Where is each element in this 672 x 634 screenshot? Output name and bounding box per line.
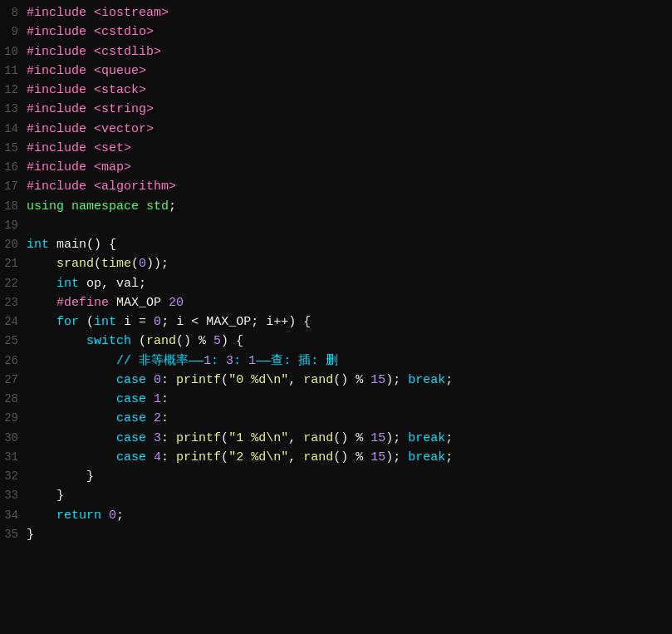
code-content: switch (rand() % 5) {: [27, 332, 243, 351]
line-number: 33: [0, 487, 27, 505]
line-number: 17: [0, 178, 27, 196]
code-line-16: 16 #include <map>: [0, 158, 672, 177]
line-number: 22: [0, 275, 27, 293]
code-content: int op, val;: [27, 274, 146, 293]
code-content: case 0: printf("0 %d\n", rand() % 15); b…: [27, 371, 453, 390]
line-number: 21: [0, 255, 27, 273]
code-line-17: 17 #include <algorithm>: [0, 177, 672, 196]
code-content: case 3: printf("1 %d\n", rand() % 15); b…: [27, 429, 453, 448]
code-content: #include <set>: [27, 139, 131, 158]
code-content: #include <vector>: [27, 120, 154, 139]
code-line-8: 8 #include <iostream>: [0, 3, 672, 22]
code-line-21: 21 srand(time(0));: [0, 254, 672, 273]
code-content: #include <cstdio>: [27, 22, 154, 42]
code-content: #include <iostream>: [27, 3, 169, 22]
code-content: srand(time(0));: [27, 254, 169, 273]
code-content: }: [27, 486, 64, 505]
code-content: case 1:: [27, 390, 169, 409]
line-number: 8: [0, 4, 27, 22]
code-content: }: [27, 525, 34, 544]
code-line-34: 34 return 0;: [0, 506, 672, 525]
line-number: 26: [0, 352, 27, 371]
code-line-24: 24 for (int i = 0; i < MAX_OP; i++) {: [0, 312, 672, 332]
line-number: 16: [0, 159, 27, 177]
code-line-18: 18 using namespace std;: [0, 197, 672, 216]
code-content: #include <stack>: [27, 81, 146, 100]
code-content: case 2:: [27, 409, 169, 428]
code-line-28: 28 case 1:: [0, 390, 672, 409]
code-line-33: 33 }: [0, 486, 672, 505]
line-number: 25: [0, 332, 27, 351]
code-line-13: 13 #include <string>: [0, 100, 672, 119]
code-line-26: 26 // 非等概率——1: 3: 1——查: 插: 删: [0, 351, 672, 371]
line-number: 34: [0, 507, 27, 525]
code-content: #include <cstdlib>: [27, 42, 161, 61]
line-number: 29: [0, 410, 27, 428]
code-line-19: 19: [0, 216, 672, 235]
code-line-15: 15 #include <set>: [0, 139, 672, 158]
line-number: 14: [0, 120, 27, 139]
line-number: 31: [0, 449, 27, 467]
code-content: case 4: printf("2 %d\n", rand() % 15); b…: [27, 448, 453, 467]
code-line-11: 11 #include <queue>: [0, 61, 672, 81]
code-content: [27, 216, 34, 235]
code-editor: 8 #include <iostream> 9 #include <cstdio…: [0, 0, 672, 634]
line-number: 13: [0, 101, 27, 119]
line-number: 12: [0, 81, 27, 100]
code-content: return 0;: [27, 506, 124, 525]
line-number: 18: [0, 198, 27, 216]
code-content: int main() {: [27, 235, 116, 254]
code-line-14: 14 #include <vector>: [0, 120, 672, 139]
code-line-35: 35 }: [0, 525, 672, 544]
line-number: 15: [0, 140, 27, 158]
code-line-12: 12 #include <stack>: [0, 81, 672, 100]
line-number: 20: [0, 236, 27, 254]
code-content: // 非等概率——1: 3: 1——查: 插: 删: [27, 351, 338, 371]
code-line-9: 9 #include <cstdio>: [0, 22, 672, 42]
code-content: using namespace std;: [27, 197, 176, 216]
code-line-23: 23 #define MAX_OP 20: [0, 293, 672, 312]
code-line-22: 22 int op, val;: [0, 274, 672, 293]
code-line-32: 32 }: [0, 467, 672, 486]
line-number: 19: [0, 217, 27, 235]
code-line-30: 30 case 3: printf("1 %d\n", rand() % 15)…: [0, 429, 672, 448]
code-content: #include <map>: [27, 158, 131, 177]
line-number: 10: [0, 43, 27, 61]
line-number: 30: [0, 430, 27, 448]
code-content: for (int i = 0; i < MAX_OP; i++) {: [27, 312, 311, 332]
code-content: }: [27, 467, 94, 486]
line-number: 9: [0, 23, 27, 42]
line-number: 24: [0, 313, 27, 332]
line-number: 23: [0, 294, 27, 312]
code-content: #include <queue>: [27, 61, 146, 81]
code-line-27: 27 case 0: printf("0 %d\n", rand() % 15)…: [0, 371, 672, 390]
line-number: 27: [0, 371, 27, 390]
code-content: #define MAX_OP 20: [27, 293, 184, 312]
code-line-25: 25 switch (rand() % 5) {: [0, 332, 672, 351]
line-number: 32: [0, 468, 27, 486]
code-line-20: 20 int main() {: [0, 235, 672, 254]
code-content: #include <string>: [27, 100, 154, 119]
code-content: #include <algorithm>: [27, 177, 176, 196]
code-line-10: 10 #include <cstdlib>: [0, 42, 672, 61]
code-line-29: 29 case 2:: [0, 409, 672, 428]
line-number: 11: [0, 62, 27, 81]
line-number: 28: [0, 391, 27, 409]
code-line-31: 31 case 4: printf("2 %d\n", rand() % 15)…: [0, 448, 672, 467]
line-number: 35: [0, 526, 27, 544]
